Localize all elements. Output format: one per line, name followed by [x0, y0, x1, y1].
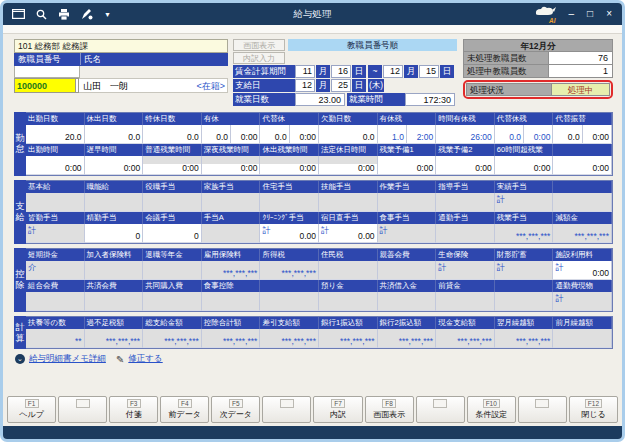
calc-prefix: 計	[28, 225, 36, 236]
column-header	[495, 280, 554, 292]
column-header: 過不足税額	[85, 317, 144, 329]
grid-cell[interactable]: 0.00:00	[495, 125, 554, 144]
column-header: 通勤費現物	[553, 280, 612, 292]
memo-expand-icon[interactable]: ⌄	[15, 354, 25, 364]
cell-value	[202, 224, 260, 242]
payslip-memo-link[interactable]: 給与明細書メモ詳細	[29, 353, 106, 365]
grid-cell[interactable]: 0:00	[260, 156, 319, 175]
grid-cell[interactable]: 0.00:00	[202, 125, 261, 144]
fkey-label: 次データ	[220, 409, 252, 420]
grid-cell[interactable]: 26:00	[436, 125, 495, 144]
grid-cell[interactable]: 20.0	[26, 125, 85, 144]
grid-cell[interactable]: 計0:00	[553, 261, 612, 280]
grid-cell[interactable]: 0	[143, 224, 202, 243]
breakdown-input-button[interactable]: 内訳入力	[233, 52, 285, 64]
maximize-button[interactable]: □	[587, 9, 593, 19]
pen-tool-icon[interactable]	[81, 9, 93, 20]
column-header: 休出日数	[85, 113, 144, 125]
pay-day-field[interactable]: 25	[331, 79, 351, 92]
grid-cell[interactable]: 0.00:00	[553, 125, 612, 144]
grid-header-row: 扶養等の数過不足税額総支給金額控除合計額差引支給額銀行1振込額銀行2振込額現金支…	[26, 317, 612, 329]
column-header: 残業予備2	[436, 144, 495, 156]
column-header: 60時間超残業	[495, 144, 554, 156]
grid-cell[interactable]: 0	[85, 224, 144, 243]
grid-cell[interactable]: 0.0	[143, 125, 202, 144]
dropdown-icon[interactable]: ▼	[104, 11, 111, 18]
fkey-f4-button[interactable]: F4前データ	[160, 396, 209, 423]
fkey-f10-button[interactable]: F10条件設定	[467, 396, 516, 423]
grid-cell[interactable]: 0:00	[553, 156, 612, 175]
grid-cell[interactable]: 0:00	[26, 156, 85, 175]
column-header: 手当A	[202, 212, 261, 224]
work-hours-label: 就業時間	[347, 93, 405, 106]
edit-link[interactable]: 修正する	[128, 353, 162, 365]
enrollment-status: <在籍>	[196, 79, 225, 92]
work-hours-value[interactable]: 172:30	[405, 93, 455, 106]
fkey-keycap	[76, 399, 90, 408]
pay-month-field[interactable]: 12	[295, 79, 315, 92]
fkey-f5-button[interactable]: F5次データ	[211, 396, 260, 423]
column-header: 銀行2振込額	[378, 317, 437, 329]
employee-panel: 101 総務部 総務課 教職員番号 氏名 100000 山田 一朗 <在籍>	[14, 39, 228, 106]
fkey-f1-button[interactable]: F1ヘルプ	[7, 396, 56, 423]
column-header: 雇用保険料	[202, 249, 261, 261]
section-label: 計算	[14, 316, 26, 349]
column-header	[260, 280, 319, 292]
grid-cell[interactable]: 0:00	[143, 156, 202, 175]
grid-cell[interactable]: 0:00	[202, 156, 261, 175]
to-month-field[interactable]: 12	[383, 65, 403, 78]
grid-cell: ***,***,***	[202, 329, 261, 348]
grid-cell[interactable]: 1.02:00	[378, 125, 437, 144]
column-header: 代替振替	[553, 113, 612, 125]
grid-cell[interactable]: 0.00:00	[260, 125, 319, 144]
grid-cell	[553, 329, 612, 348]
fkey-f12-button[interactable]: F12閉じる	[569, 396, 618, 423]
from-day-field[interactable]: 16	[331, 65, 351, 78]
edit-pen-icon[interactable]: ✎	[116, 354, 124, 365]
grid-cell[interactable]: 0:00	[495, 156, 554, 175]
column-header: 法定休日時間	[319, 144, 378, 156]
to-day-field[interactable]: 15	[419, 65, 439, 78]
search-icon[interactable]	[36, 9, 47, 20]
month-unit-chip: 月	[316, 65, 330, 78]
employee-row[interactable]: 100000 山田 一朗 <在籍>	[14, 78, 228, 93]
grid-cell: **	[26, 329, 85, 348]
grid-cell	[143, 292, 202, 311]
cell-value: 0:00	[523, 125, 552, 143]
grid-header-row: 出勤日数休出日数特休日数有休代替休欠勤日数有休残時間有休残代替休残代替振替	[26, 113, 612, 125]
fkey-f8-button[interactable]: F8画面表示	[365, 396, 414, 423]
weekday-chip: (木)	[368, 79, 384, 92]
column-header: 住宅手当	[260, 181, 319, 193]
grid-cell[interactable]: 0.0	[85, 125, 144, 144]
grid-cell[interactable]: 0.0	[319, 125, 378, 144]
close-button[interactable]: ×	[606, 9, 612, 19]
screen-view-button[interactable]: 画面表示	[233, 39, 285, 51]
fkey-f3-button[interactable]: F3付箋	[109, 396, 158, 423]
cell-value	[495, 292, 553, 310]
cell-value	[378, 292, 436, 310]
grid-cell[interactable]: 0:00	[85, 156, 144, 175]
column-header: 精勤手当	[85, 212, 144, 224]
cell-value	[85, 292, 143, 310]
emp-no-empty-cell[interactable]	[14, 66, 80, 78]
grid-cell[interactable]: 0:00	[378, 156, 437, 175]
grid-cell	[260, 292, 319, 311]
cell-value: ***,***,***	[319, 329, 377, 347]
grid-cell[interactable]: 計0.00	[319, 224, 378, 243]
fkey-keycap: F12	[585, 399, 602, 408]
fkey-f7-button[interactable]: F7内訳	[313, 396, 362, 423]
grid-cell[interactable]: 0:00	[319, 156, 378, 175]
window-icon[interactable]	[12, 9, 25, 19]
emp-no-field[interactable]: 100000	[14, 78, 76, 93]
from-month-field[interactable]: 11	[295, 65, 315, 78]
minimize-button[interactable]: –	[569, 9, 575, 19]
print-icon[interactable]	[58, 9, 70, 20]
status-bar	[3, 426, 622, 439]
work-days-value[interactable]: 23.00	[295, 93, 345, 106]
grid-cell[interactable]: 計0.00	[260, 224, 319, 243]
grid-cell: ***,***,***	[436, 329, 495, 348]
section-body: 扶養等の数過不足税額総支給金額控除合計額差引支給額銀行1振込額銀行2振込額現金支…	[26, 316, 613, 349]
grid-cell[interactable]: 0:00	[436, 156, 495, 175]
column-header: 組合会費	[26, 280, 85, 292]
column-header: 時間有休残	[436, 113, 495, 125]
